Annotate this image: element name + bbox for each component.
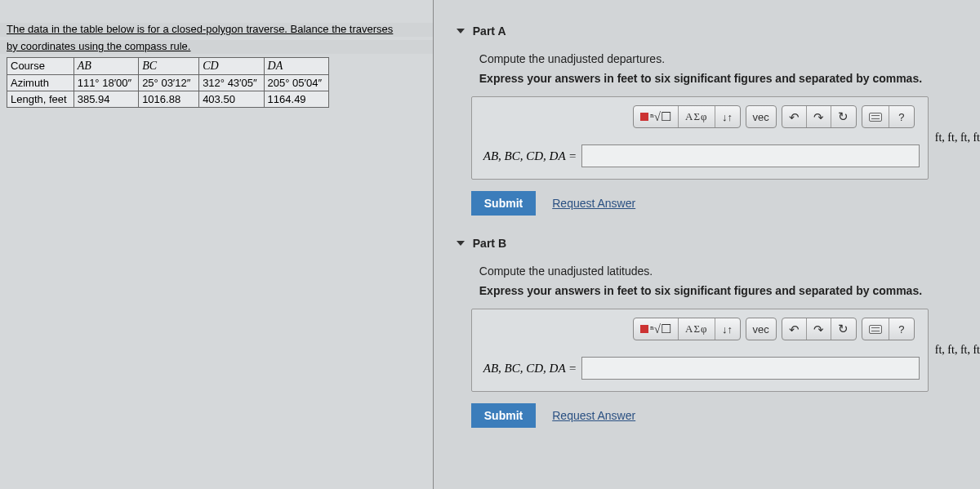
caret-down-icon [457, 29, 465, 33]
keyboard-icon [869, 113, 882, 122]
templates-button[interactable]: ⁿ√☐ [634, 106, 679, 127]
part-a-request-answer-link[interactable]: Request Answer [552, 197, 635, 210]
vec-button[interactable]: vec [746, 106, 776, 127]
redo-button[interactable]: ↷ [807, 318, 831, 340]
table-row: Azimuth 111° 18′00″ 25° 03′12″ 312° 43′0… [7, 74, 329, 91]
undo-button[interactable]: ↶ [782, 318, 807, 340]
sqrt-icon: ⁿ√☐ [650, 322, 671, 336]
cell: 111° 18′00″ [74, 74, 138, 91]
undo-icon: ↶ [789, 111, 800, 123]
equation-toolbar: ⁿ√☐ ΑΣφ ↓↑ vec ↶ ↷ ↻ ? [472, 309, 928, 345]
part-a-instruction-1: Compute the unadjusted departures. [479, 52, 980, 65]
part-b-answer-box: ⁿ√☐ ΑΣφ ↓↑ vec ↶ ↷ ↻ ? [471, 309, 929, 392]
part-b-title: Part B [473, 237, 506, 250]
answer-panel: Part A Compute the unadjusted departures… [433, 0, 980, 489]
vec-label: vec [753, 111, 769, 123]
cell: 403.50 [199, 91, 264, 107]
keyboard-button[interactable] [862, 106, 889, 127]
prompt-line1: The data in the table below is for a clo… [0, 23, 433, 37]
reset-button[interactable]: ↻ [831, 106, 856, 127]
problem-panel: The data in the table below is for a clo… [0, 0, 433, 489]
sqrt-icon: ⁿ√☐ [650, 109, 671, 124]
cell: 25° 03′12″ [139, 74, 199, 91]
part-a-units: ft, ft, ft, ft [935, 131, 980, 144]
part-a-instruction-2: Express your answers in feet to six sign… [479, 72, 980, 85]
cell: 1164.49 [264, 91, 328, 107]
part-a-answer-input[interactable] [581, 144, 920, 167]
header-da: DA [264, 57, 328, 74]
updown-icon: ↓↑ [722, 323, 733, 336]
part-b-units: ft, ft, ft, ft [935, 344, 980, 357]
cell: 385.94 [74, 91, 138, 107]
keyboard-icon [869, 325, 882, 334]
part-b-header[interactable]: Part B [434, 229, 980, 258]
row-azimuth-label: Azimuth [7, 74, 74, 91]
undo-icon: ↶ [789, 323, 800, 336]
equation-toolbar: ⁿ√☐ ΑΣφ ↓↑ vec ↶ ↷ ↻ ? [472, 97, 928, 133]
redo-button[interactable]: ↷ [807, 106, 831, 127]
redo-icon: ↷ [813, 111, 824, 123]
reset-icon: ↻ [838, 109, 849, 124]
greek-icon: ΑΣφ [685, 322, 707, 336]
subscript-button[interactable]: ↓↑ [715, 106, 740, 127]
part-b-answer-input[interactable] [581, 357, 920, 380]
cell: 312° 43′05″ [199, 74, 264, 91]
caret-down-icon [457, 241, 465, 246]
part-b-instruction-1: Compute the unadjusted latitudes. [479, 265, 980, 278]
greek-button[interactable]: ΑΣφ [679, 318, 715, 340]
table-header-row: Course AB BC CD DA [7, 57, 329, 74]
reset-icon: ↻ [838, 322, 849, 336]
data-table: Course AB BC CD DA Azimuth 111° 18′00″ 2… [7, 57, 329, 108]
greek-icon: ΑΣφ [685, 110, 707, 123]
prompt-line2: by coordinates using the compass rule. [0, 40, 433, 54]
help-button[interactable]: ? [889, 106, 914, 127]
table-row: Length, feet 385.94 1016.88 403.50 1164.… [7, 91, 329, 107]
header-ab: AB [74, 57, 138, 74]
cell: 1016.88 [139, 91, 199, 107]
header-course: Course [7, 57, 74, 74]
subscript-button[interactable]: ↓↑ [715, 318, 740, 340]
part-a-answer-box: ⁿ√☐ ΑΣφ ↓↑ vec ↶ ↷ ↻ ? [471, 96, 929, 180]
header-bc: BC [139, 57, 199, 74]
keyboard-button[interactable] [862, 318, 889, 340]
templates-button[interactable]: ⁿ√☐ [634, 318, 679, 340]
part-b-request-answer-link[interactable]: Request Answer [552, 409, 635, 422]
help-button[interactable]: ? [889, 318, 914, 340]
help-icon: ? [898, 111, 904, 123]
part-b-submit-button[interactable]: Submit [471, 403, 536, 428]
redo-icon: ↷ [813, 323, 824, 336]
vec-label: vec [753, 323, 769, 336]
part-a-var-label: AB, BC, CD, DA = [483, 149, 577, 163]
undo-button[interactable]: ↶ [782, 106, 807, 127]
vec-button[interactable]: vec [746, 318, 776, 340]
part-a-body: Compute the unadjusted departures. Expre… [434, 46, 980, 229]
part-a-header[interactable]: Part A [434, 16, 980, 46]
row-length-label: Length, feet [7, 91, 74, 107]
part-b-body: Compute the unadjusted latitudes. Expres… [434, 258, 980, 441]
part-b-var-label: AB, BC, CD, DA = [483, 362, 577, 376]
part-b-instruction-2: Express your answers in feet to six sign… [479, 284, 980, 297]
reset-button[interactable]: ↻ [831, 318, 856, 340]
help-icon: ? [898, 323, 904, 336]
part-a-submit-button[interactable]: Submit [471, 191, 536, 216]
updown-icon: ↓↑ [722, 111, 733, 123]
cell: 205° 05′04″ [264, 74, 328, 91]
header-cd: CD [199, 57, 264, 74]
greek-button[interactable]: ΑΣφ [679, 106, 715, 127]
part-a-title: Part A [473, 24, 506, 38]
